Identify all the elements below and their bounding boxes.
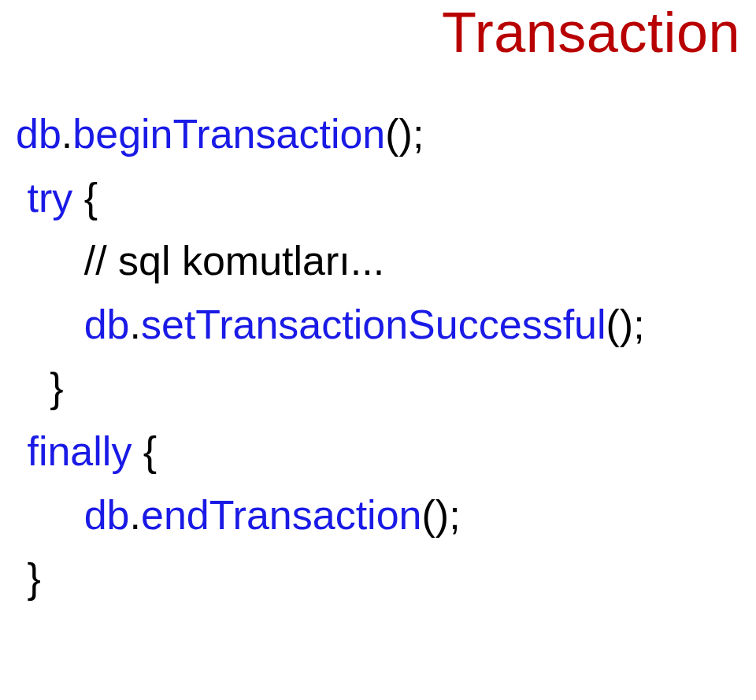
code-token: endTransaction — [141, 492, 422, 538]
code-token: setTransactionSuccessful — [141, 302, 606, 347]
code-block: db.beginTransaction(); try { // sql komu… — [16, 102, 645, 610]
code-token: db — [16, 111, 61, 157]
code-comment: // sql komutları... — [16, 238, 384, 283]
code-token: { — [72, 175, 98, 220]
code-token: (); — [385, 111, 424, 157]
code-token: . — [130, 492, 141, 538]
code-token: finally — [16, 428, 132, 474]
code-token: db — [16, 302, 130, 347]
code-token: (); — [606, 302, 645, 347]
code-token: (); — [422, 492, 461, 538]
code-token: { — [132, 428, 157, 474]
code-token: . — [130, 302, 141, 347]
code-token: } — [16, 365, 64, 410]
slide: Transaction db.beginTransaction(); try {… — [0, 0, 756, 700]
code-token: } — [16, 555, 41, 601]
code-token: try — [16, 175, 72, 220]
code-token: db — [16, 492, 130, 538]
code-token: . — [61, 111, 72, 157]
slide-title: Transaction — [442, 0, 740, 65]
code-token: beginTransaction — [72, 111, 385, 157]
